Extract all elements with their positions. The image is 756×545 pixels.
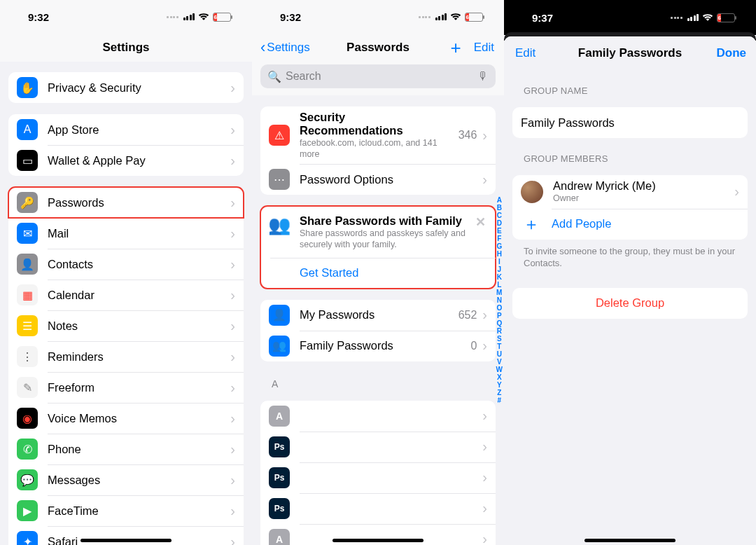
index-letter[interactable]: U (497, 350, 502, 358)
add-button[interactable]: + (451, 39, 461, 57)
passwords-content[interactable]: ⚠ Security Recommendations facebook.com,… (252, 106, 504, 545)
row-label: Calendar (48, 289, 94, 302)
row-notes[interactable]: ☰Notes› (8, 310, 244, 341)
row-label: Notes (48, 319, 78, 333)
row-label: Safari (48, 535, 78, 546)
settings-list[interactable]: ✋ Privacy & Security › A App Store › ▭ W… (0, 72, 252, 545)
delete-section: Delete Group (512, 288, 748, 319)
appstore-icon: A (17, 119, 38, 140)
row-family-passwords[interactable]: 👥 Family Passwords 0› (260, 331, 496, 361)
chevron-right-icon: › (482, 531, 487, 545)
chevron-left-icon: ‹ (260, 40, 265, 55)
chevron-right-icon: › (482, 500, 487, 516)
share-family-promo: 👥 Share Passwords with Family Share pass… (260, 206, 496, 288)
index-letter[interactable]: A (497, 196, 502, 204)
promo-get-started[interactable]: Get Started (260, 258, 496, 289)
row-privacy-security[interactable]: ✋ Privacy & Security › (8, 72, 244, 103)
index-letter[interactable]: F (497, 235, 501, 242)
back-button[interactable]: ‹ Settings (260, 40, 310, 55)
edit-button[interactable]: Edit (515, 46, 536, 60)
row-app-store[interactable]: A App Store › (8, 114, 244, 145)
chevron-right-icon: › (230, 349, 235, 365)
row-calendar[interactable]: ▦Calendar› (8, 280, 244, 310)
password-item[interactable]: Ps› (260, 493, 496, 524)
row-messages[interactable]: 💬Messages› (8, 464, 244, 495)
close-icon[interactable]: ✕ (475, 214, 486, 230)
index-letter[interactable]: N (497, 296, 502, 304)
index-letter[interactable]: E (497, 227, 502, 235)
search-placeholder: Search (286, 70, 321, 83)
home-indicator[interactable] (80, 539, 172, 542)
delete-group-button[interactable]: Delete Group (512, 288, 748, 319)
row-freeform[interactable]: ✎Freeform› (8, 372, 244, 403)
index-letter[interactable]: H (497, 250, 502, 258)
row-phone[interactable]: ✆Phone› (8, 434, 244, 464)
password-item[interactable]: Ps› (260, 432, 496, 462)
site-icon: Ps (269, 436, 290, 457)
index-letter[interactable]: P (497, 312, 502, 319)
index-letter[interactable]: Z (497, 389, 501, 396)
index-letter[interactable]: M (496, 289, 502, 296)
password-lists: 👤 My Passwords 652› 👥 Family Passwords 0… (260, 300, 496, 361)
index-letter[interactable]: Y (497, 381, 502, 389)
screen-family-group: 9:37 6 Edit Family Passwords Done GROUP … (504, 0, 756, 545)
dictate-icon[interactable]: 🎙 (477, 70, 489, 83)
contacts-icon: 👤 (17, 254, 38, 275)
index-letter[interactable]: S (497, 335, 502, 343)
cellular-icon (687, 14, 699, 21)
sheet-nav: Edit Family Passwords Done (504, 36, 756, 70)
row-label: Contacts (48, 258, 93, 271)
home-indicator[interactable] (332, 539, 424, 542)
row-voice-memos[interactable]: ◉Voice Memos› (8, 403, 244, 434)
row-contacts[interactable]: 👤Contacts› (8, 249, 244, 280)
row-password-options[interactable]: ⋯ Password Options › (260, 164, 496, 195)
index-letter[interactable]: O (496, 304, 502, 312)
member-row[interactable]: Andrew Myrick (Me) Owner › (512, 175, 748, 209)
edit-button[interactable]: Edit (474, 41, 494, 55)
index-letter[interactable]: J (497, 265, 501, 273)
home-indicator[interactable] (584, 539, 676, 542)
status-time: 9:37 (532, 12, 553, 24)
index-letter[interactable]: B (497, 204, 502, 212)
group-name-field[interactable]: Family Passwords (512, 107, 748, 138)
index-letter[interactable]: Q (496, 319, 502, 327)
wallet-icon: ▭ (17, 150, 38, 171)
site-icon: Ps (269, 498, 290, 519)
voice-memos-icon: ◉ (17, 408, 38, 429)
index-letter[interactable]: X (497, 373, 502, 381)
facetime-icon: ▶ (17, 500, 38, 521)
index-letter[interactable]: R (497, 327, 502, 335)
search-container: 🔍 Search 🎙 (252, 62, 504, 95)
row-wallet[interactable]: ▭ Wallet & Apple Pay › (8, 145, 244, 176)
search-input[interactable]: 🔍 Search 🎙 (260, 64, 496, 88)
index-letter[interactable]: C (497, 212, 502, 219)
group-name-value: Family Passwords (521, 116, 615, 130)
index-letter[interactable]: G (496, 242, 502, 250)
row-label: Voice Memos (48, 412, 117, 425)
row-title: Security Recommendations (300, 111, 449, 137)
chevron-right-icon: › (482, 338, 487, 354)
index-letter[interactable]: L (497, 281, 501, 289)
index-letter[interactable]: D (497, 219, 502, 227)
alpha-index[interactable]: ABCDEFGHIJKLMNOPQRSTUVWXYZ# (496, 196, 503, 404)
chevron-right-icon: › (230, 80, 235, 96)
index-letter[interactable]: K (497, 273, 502, 281)
row-mail[interactable]: ✉Mail› (8, 218, 244, 249)
password-item[interactable]: Ps› (260, 462, 496, 493)
password-item[interactable]: A› (260, 401, 496, 432)
row-security-recommendations[interactable]: ⚠ Security Recommendations facebook.com,… (260, 106, 496, 164)
index-letter[interactable]: V (497, 358, 502, 366)
index-letter[interactable]: # (497, 396, 501, 404)
index-letter[interactable]: T (497, 343, 501, 350)
chevron-right-icon: › (482, 172, 487, 188)
index-letter[interactable]: I (498, 258, 500, 265)
row-my-passwords[interactable]: 👤 My Passwords 652› (260, 300, 496, 331)
done-button[interactable]: Done (717, 46, 747, 60)
wifi-icon (450, 13, 461, 21)
cellular-icon (435, 13, 447, 20)
row-passwords[interactable]: 🔑 Passwords › (8, 187, 244, 218)
row-facetime[interactable]: ▶FaceTime› (8, 495, 244, 526)
row-reminders[interactable]: ⋮Reminders› (8, 341, 244, 372)
add-people-row[interactable]: ＋ Add People (512, 209, 748, 240)
index-letter[interactable]: W (496, 366, 503, 373)
